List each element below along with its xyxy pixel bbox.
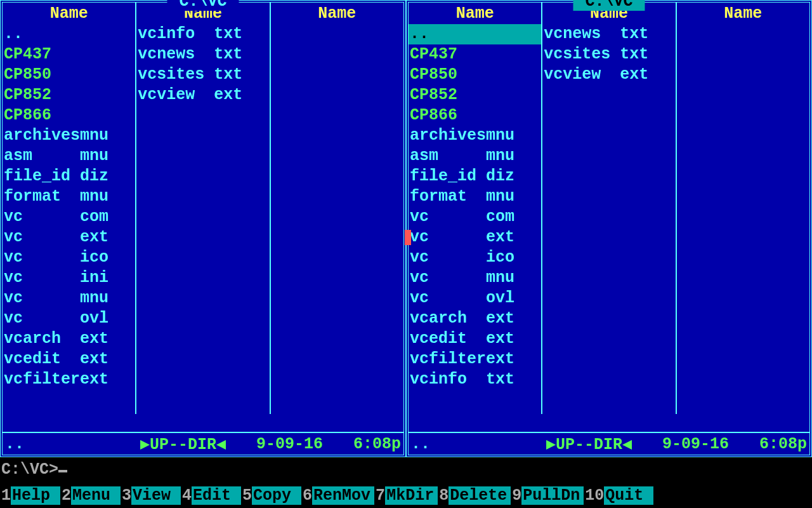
file-row[interactable]: archivesmnu bbox=[409, 126, 541, 146]
screen: C:\VC Name..CP437CP850CP852CP866archives… bbox=[0, 0, 812, 508]
file-ext: txt bbox=[620, 44, 650, 65]
dir-row[interactable]: CP850 bbox=[3, 65, 135, 85]
right-panel-title: C:\VC bbox=[573, 0, 645, 11]
fkey-mkdir[interactable]: 7MkDir bbox=[374, 483, 438, 508]
file-row[interactable]: vceditext bbox=[3, 349, 135, 370]
file-name: format bbox=[410, 187, 486, 207]
file-ext bbox=[80, 85, 110, 105]
file-row[interactable]: formatmnu bbox=[409, 187, 541, 207]
file-row[interactable]: file_iddiz bbox=[3, 166, 135, 187]
file-name: CP437 bbox=[4, 44, 80, 65]
left-panel-body: Name..CP437CP850CP852CP866archivesmnuasm… bbox=[3, 3, 403, 414]
mini-time: 6:08p bbox=[344, 435, 401, 453]
fkey-renmov[interactable]: 6RenMov bbox=[301, 483, 374, 508]
dir-row[interactable]: CP852 bbox=[409, 85, 541, 105]
fkey-number: 7 bbox=[374, 486, 385, 505]
file-ext bbox=[486, 44, 516, 65]
file-row[interactable]: vcmnu bbox=[3, 288, 135, 309]
right-panel[interactable]: C:\VC Name..CP437CP850CP852CP866archives… bbox=[406, 0, 812, 457]
dir-row[interactable]: .. bbox=[409, 24, 541, 44]
file-ext: mnu bbox=[80, 146, 110, 166]
file-ext: mnu bbox=[486, 187, 516, 207]
left-panel-title: C:\VC bbox=[167, 0, 239, 11]
file-name: vc bbox=[4, 288, 80, 309]
file-column: Namevcinfotxtvcnewstxtvcsitestxtvcviewex… bbox=[136, 3, 270, 414]
file-row[interactable]: vcovl bbox=[3, 309, 135, 329]
fkey-label: Delete bbox=[449, 486, 511, 505]
dir-row[interactable]: CP437 bbox=[3, 44, 135, 65]
file-ext: com bbox=[486, 207, 516, 227]
command-line[interactable]: C:\VC> bbox=[0, 457, 812, 483]
file-row[interactable]: vcext bbox=[409, 227, 541, 248]
file-ext: com bbox=[80, 207, 110, 227]
dir-row[interactable]: CP852 bbox=[3, 85, 135, 105]
file-name: vc bbox=[410, 268, 486, 288]
dir-row[interactable]: CP437 bbox=[409, 44, 541, 65]
file-row[interactable]: vcfilterext bbox=[409, 349, 541, 370]
dir-row[interactable]: CP866 bbox=[409, 105, 541, 126]
left-panel[interactable]: C:\VC Name..CP437CP850CP852CP866archives… bbox=[0, 0, 406, 457]
file-name: asm bbox=[410, 146, 486, 166]
dir-row[interactable]: .. bbox=[3, 24, 135, 44]
file-row[interactable]: vcsitestxt bbox=[136, 65, 269, 85]
file-name: vc bbox=[4, 207, 80, 227]
mini-date: 9-09-16 bbox=[653, 435, 729, 453]
file-row[interactable]: vcarchext bbox=[3, 329, 135, 349]
fkey-menu[interactable]: 2Menu bbox=[60, 483, 121, 508]
file-row[interactable]: vcmnu bbox=[409, 268, 541, 288]
fkey-edit[interactable]: 4Edit bbox=[181, 483, 241, 508]
file-row[interactable]: file_iddiz bbox=[409, 166, 541, 187]
file-column: Name..CP437CP850CP852CP866archivesmnuasm… bbox=[409, 3, 542, 414]
fkey-quit[interactable]: 10Quit bbox=[584, 483, 653, 508]
file-row[interactable]: vcini bbox=[3, 268, 135, 288]
file-row[interactable]: vcfilterext bbox=[3, 370, 135, 390]
fkey-help[interactable]: 1Help bbox=[0, 483, 60, 508]
file-row[interactable]: vccom bbox=[409, 207, 541, 227]
file-row[interactable]: vcnewstxt bbox=[136, 44, 269, 65]
fkey-label: Help bbox=[11, 486, 60, 505]
file-row[interactable]: vccom bbox=[3, 207, 135, 227]
dir-row[interactable]: CP866 bbox=[3, 105, 135, 126]
file-row[interactable]: vcviewext bbox=[136, 85, 269, 105]
file-row[interactable]: vcico bbox=[409, 248, 541, 268]
column-header: Name bbox=[409, 4, 541, 24]
file-row[interactable]: asmmnu bbox=[3, 146, 135, 166]
fkey-number: 8 bbox=[438, 486, 449, 505]
file-row[interactable]: formatmnu bbox=[3, 187, 135, 207]
fkey-number: 1 bbox=[0, 486, 11, 505]
file-row[interactable]: archivesmnu bbox=[3, 126, 135, 146]
fkey-label: RenMov bbox=[312, 486, 374, 505]
mini-name: .. bbox=[411, 435, 525, 453]
fkey-view[interactable]: 3View bbox=[121, 483, 181, 508]
file-row[interactable]: vcovl bbox=[409, 288, 541, 309]
file-row[interactable]: vcviewext bbox=[542, 65, 675, 85]
file-name: CP866 bbox=[4, 105, 80, 126]
file-name: vc bbox=[410, 227, 486, 248]
file-row[interactable]: vcarchext bbox=[409, 309, 541, 329]
file-row[interactable]: vcnewstxt bbox=[542, 24, 675, 44]
fkey-copy[interactable]: 5Copy bbox=[241, 483, 301, 508]
file-column: Name bbox=[271, 3, 403, 414]
fkey-delete[interactable]: 8Delete bbox=[438, 483, 511, 508]
file-ext bbox=[486, 85, 516, 105]
file-ext bbox=[80, 65, 110, 85]
file-row[interactable]: vceditext bbox=[409, 329, 541, 349]
file-row[interactable]: vcext bbox=[3, 227, 135, 248]
file-row[interactable]: vcsitestxt bbox=[542, 44, 675, 65]
dir-row[interactable]: CP850 bbox=[409, 65, 541, 85]
file-name: vc bbox=[4, 248, 80, 268]
file-row[interactable]: vcinfotxt bbox=[136, 24, 269, 44]
fkey-pulldn[interactable]: 9PullDn bbox=[511, 483, 584, 508]
mini-name: .. bbox=[5, 435, 119, 453]
file-name: vcfilter bbox=[410, 349, 486, 370]
file-name: vcfilter bbox=[4, 370, 80, 390]
mini-date: 9-09-16 bbox=[247, 435, 323, 453]
file-row[interactable]: asmmnu bbox=[409, 146, 541, 166]
file-row[interactable]: vcico bbox=[3, 248, 135, 268]
fkey-label: Quit bbox=[604, 486, 653, 505]
file-name: vc bbox=[4, 268, 80, 288]
file-name: file_id bbox=[4, 166, 80, 187]
file-row[interactable]: vcinfotxt bbox=[409, 370, 541, 390]
file-ext: mnu bbox=[80, 288, 110, 309]
file-name: vc bbox=[410, 207, 486, 227]
